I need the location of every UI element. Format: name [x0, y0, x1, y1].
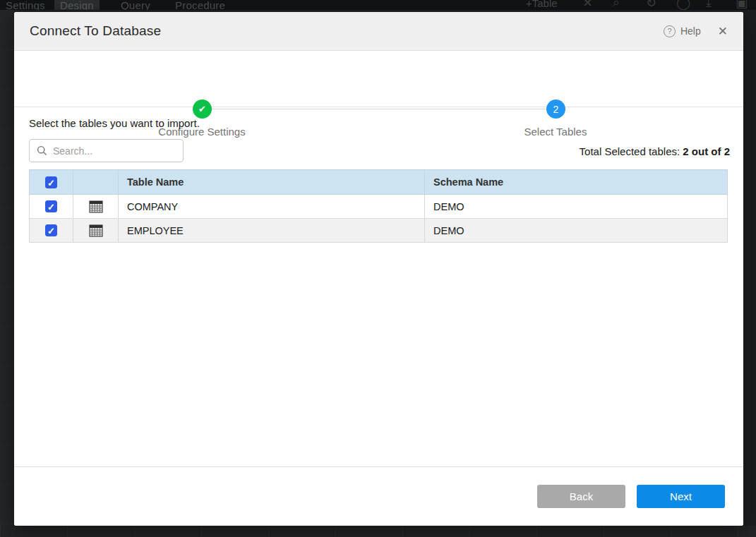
table-row[interactable]: EMPLOYEE DEMO	[30, 219, 728, 243]
next-button[interactable]: Next	[637, 485, 725, 508]
header-schema-name: Schema Name	[425, 170, 728, 195]
instruction-text: Select the tables you want to import.	[29, 117, 200, 129]
bg-tab-query[interactable]: Query	[115, 0, 156, 10]
search-input[interactable]	[53, 145, 176, 157]
background-right-panel	[743, 10, 756, 526]
dialog-footer: Back Next	[14, 466, 743, 526]
schema-name-cell: DEMO	[425, 195, 728, 219]
bg-tab-design[interactable]: Design	[54, 0, 100, 10]
selected-tables-summary: Total Selected tables: 2 out of 2	[580, 145, 730, 157]
table-grid-icon	[89, 224, 103, 237]
help-label: Help	[680, 25, 701, 37]
search-icon[interactable]: ⌕	[613, 0, 620, 10]
dialog-title: Connect To Database	[30, 23, 161, 39]
add-table-button[interactable]: +Table	[526, 0, 558, 9]
row-checkbox[interactable]	[45, 200, 57, 212]
background-grid	[0, 526, 756, 537]
header-checkbox-cell	[30, 170, 73, 195]
help-icon: ?	[664, 25, 676, 37]
help-button[interactable]: ? Help	[664, 25, 701, 37]
table-search-box	[29, 139, 184, 162]
row-checkbox[interactable]	[45, 224, 57, 236]
bg-tab-settings[interactable]: Settings	[0, 0, 51, 10]
tables-list: Table Name Schema Name COMPANY DEMO	[29, 169, 728, 243]
connect-to-database-dialog: Connect To Database ? Help ✕ ✔ 2 Configu…	[14, 12, 743, 526]
stepper-connector-line	[202, 109, 556, 109]
snapshot-icon[interactable]: ▣	[736, 0, 748, 10]
select-all-checkbox[interactable]	[45, 176, 57, 188]
table-grid-icon	[89, 200, 103, 213]
header-icon-cell	[73, 170, 119, 195]
close-icon[interactable]: ✕	[718, 24, 728, 39]
table-row[interactable]: COMPANY DEMO	[30, 195, 728, 219]
table-name-cell: COMPANY	[119, 195, 425, 219]
summary-count: 2 out of 2	[683, 145, 730, 157]
background-sidebar	[0, 10, 14, 526]
header-table-name: Table Name	[119, 170, 425, 195]
summary-prefix: Total Selected tables:	[580, 145, 683, 157]
dialog-header: Connect To Database ? Help ✕	[14, 12, 743, 51]
schema-name-cell: DEMO	[425, 219, 728, 243]
back-button[interactable]: Back	[537, 485, 625, 508]
table-header-row: Table Name Schema Name	[30, 170, 728, 195]
undo-icon[interactable]: ↻	[646, 0, 656, 10]
redo-icon[interactable]: ◯	[676, 0, 690, 10]
wizard-stepper: ✔ 2 Configure Settings Select Tables	[14, 52, 743, 107]
background-tab-bar: Settings Design Query Procedure +Table ✕…	[0, 0, 756, 10]
bg-tab-procedure[interactable]: Procedure	[169, 0, 231, 10]
search-icon	[37, 145, 47, 156]
export-icon[interactable]: ⤓	[706, 0, 712, 10]
step-2-label: Select Tables	[485, 126, 626, 138]
step-2-indicator[interactable]: 2	[546, 99, 565, 119]
table-name-cell: EMPLOYEE	[119, 219, 425, 243]
step-1-complete-icon[interactable]: ✔	[193, 99, 212, 119]
delete-icon[interactable]: ✕	[582, 0, 593, 10]
